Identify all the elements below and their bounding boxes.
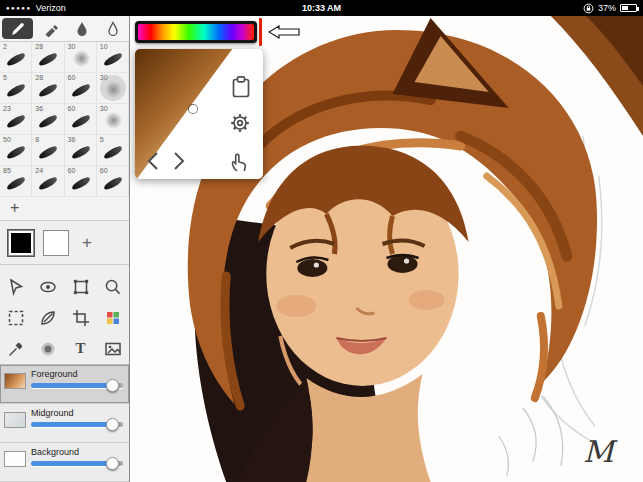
layer-row-midground[interactable]: Midground: [0, 404, 129, 443]
brush-preset[interactable]: 85: [0, 166, 32, 197]
brush-stroke-preview: [38, 176, 59, 192]
move-tool-button[interactable]: [0, 271, 32, 302]
brush-size-label: 60: [68, 74, 76, 81]
brush-preset[interactable]: 5: [0, 73, 32, 104]
carrier-label: Verizon: [36, 3, 66, 13]
brush-size-label: 28: [35, 74, 43, 81]
brush-stroke-preview: [70, 114, 91, 130]
brush-size-label: 36: [35, 105, 43, 112]
brush-preset-grid: 2 28 30 10 5 28 60 30 23 36 60 30 50 8 3…: [0, 42, 129, 197]
background-color-swatch[interactable]: [43, 230, 69, 256]
brush-preset[interactable]: 8: [32, 135, 64, 166]
brush-preset[interactable]: 36: [65, 135, 97, 166]
brush-preset[interactable]: 5: [97, 135, 129, 166]
foreground-color-swatch[interactable]: [8, 230, 34, 256]
crop-tool-button[interactable]: [65, 302, 97, 333]
swatches-tool-button[interactable]: [97, 302, 129, 333]
water-drop-filled-icon: [74, 21, 90, 37]
brush-preset[interactable]: 50: [0, 135, 32, 166]
touch-mode-button[interactable]: [227, 151, 249, 173]
brush-stroke-preview: [38, 83, 59, 99]
redo-button[interactable]: [171, 151, 187, 171]
eyedropper-tool-button[interactable]: [0, 333, 32, 364]
brush-size-label: 60: [100, 167, 108, 174]
brush-preset[interactable]: 23: [0, 104, 32, 135]
brush-size-label: 30: [68, 43, 76, 50]
transform-tool-button[interactable]: [65, 271, 97, 302]
brush-stroke-preview: [6, 145, 27, 161]
brush-size-label: 8: [35, 136, 39, 143]
slider-thumb[interactable]: [106, 418, 119, 431]
artist-signature: M: [583, 434, 618, 469]
slider-thumb[interactable]: [106, 379, 119, 392]
color-swatches-icon: [103, 308, 123, 328]
brush-preset[interactable]: 60: [65, 166, 97, 197]
gear-icon: [228, 111, 252, 135]
add-color-button[interactable]: +: [78, 233, 92, 253]
water-tool-button[interactable]: [98, 16, 129, 41]
brush-size-label: 30: [100, 105, 108, 112]
eye-icon: [38, 277, 58, 297]
color-picker-popup: [135, 49, 263, 179]
layer-row-foreground[interactable]: Foreground: [0, 365, 129, 404]
hue-marker[interactable]: [259, 18, 262, 46]
brush-size-label: 60: [68, 105, 76, 112]
hue-gradient[interactable]: [138, 24, 254, 40]
brush-size-label: 85: [3, 167, 11, 174]
brush-preset[interactable]: 30: [97, 104, 129, 135]
layer-label: Midground: [31, 408, 123, 418]
brush-preset[interactable]: 60: [65, 104, 97, 135]
leaf-icon: [38, 308, 58, 328]
brush-preset[interactable]: 30: [65, 42, 97, 73]
image-tool-button[interactable]: [97, 333, 129, 364]
marker-tool-button[interactable]: [35, 16, 66, 41]
brush-stroke-preview: [38, 145, 59, 161]
brush-stroke-preview: [73, 50, 90, 67]
chevron-left-icon: [145, 151, 161, 171]
zoom-tool-button[interactable]: [97, 271, 129, 302]
brush-stroke-preview: [102, 145, 123, 161]
crop-icon: [71, 308, 91, 328]
brush-preset[interactable]: 24: [32, 166, 64, 197]
brush-stroke-preview: [6, 114, 27, 130]
wet-brush-tool-button[interactable]: [67, 16, 98, 41]
layer-opacity-slider[interactable]: [31, 422, 123, 427]
app-screen: ●●●●● Verizon 10:33 AM 37%: [0, 0, 643, 482]
brush-preset[interactable]: 28: [32, 42, 64, 73]
magnifier-icon: [103, 277, 123, 297]
color-swatch-row: +: [0, 221, 129, 265]
layer-opacity-slider[interactable]: [31, 461, 123, 466]
layer-opacity-slider[interactable]: [31, 383, 123, 388]
brush-size-label: 60: [68, 167, 76, 174]
brush-preset[interactable]: 28: [32, 73, 64, 104]
tools-grid: T: [0, 265, 129, 364]
layer-thumbnail: [4, 373, 26, 389]
brush-preset[interactable]: 60: [97, 166, 129, 197]
leaf-brush-tool-button[interactable]: [32, 302, 64, 333]
battery-percent-label: 37%: [598, 3, 616, 13]
hue-slider-bar[interactable]: [135, 21, 257, 43]
add-brush-button[interactable]: +: [0, 197, 129, 221]
marquee-selection-icon: [6, 308, 26, 328]
undo-button[interactable]: [145, 151, 161, 171]
brush-preset[interactable]: 36: [32, 104, 64, 135]
brush-preset[interactable]: 60: [65, 73, 97, 104]
layer-row-background[interactable]: Background: [0, 443, 129, 482]
clipboard-button[interactable]: [230, 75, 252, 99]
brush-size-label: 24: [35, 167, 43, 174]
pencil-tool-button[interactable]: [2, 18, 33, 39]
slider-thumb[interactable]: [106, 457, 119, 470]
brush-stroke-preview: [102, 176, 123, 192]
hue-arrow-icon[interactable]: [268, 25, 300, 39]
brush-preset[interactable]: 10: [97, 42, 129, 73]
smudge-tool-button[interactable]: [32, 271, 64, 302]
canvas-area: M: [130, 16, 643, 482]
text-tool-button[interactable]: T: [65, 333, 97, 364]
brush-size-label: 23: [3, 105, 11, 112]
settings-button[interactable]: [228, 111, 252, 135]
brush-preset[interactable]: 2: [0, 42, 32, 73]
brush-size-label: 2: [3, 43, 7, 50]
brush-preset-selected[interactable]: 30: [97, 73, 129, 104]
blur-tool-button[interactable]: [32, 333, 64, 364]
select-tool-button[interactable]: [0, 302, 32, 333]
